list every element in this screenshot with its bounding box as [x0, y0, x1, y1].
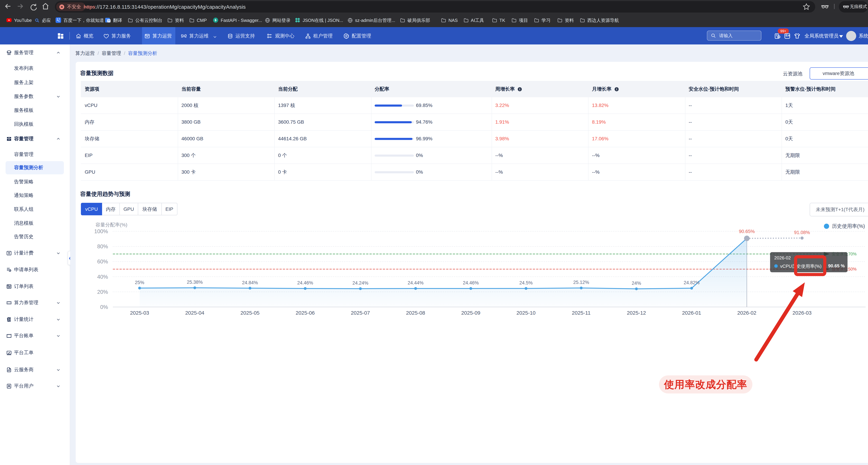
svg-text:25.12%: 25.12% [573, 280, 589, 285]
svg-text:24.24%: 24.24% [352, 280, 368, 286]
svg-text:2025-03: 2025-03 [130, 310, 149, 316]
svg-text:2026-01: 2026-01 [682, 310, 701, 316]
svg-text:2025-11: 2025-11 [572, 310, 591, 316]
svg-text:2025-12: 2025-12 [627, 310, 646, 316]
svg-text:0%: 0% [100, 304, 108, 310]
svg-text:2025-06: 2025-06 [296, 310, 315, 316]
svg-text:40%: 40% [97, 274, 108, 280]
svg-text:24.46%: 24.46% [463, 280, 479, 285]
svg-text:90.65%: 90.65% [739, 229, 755, 234]
svg-text:24.5%: 24.5% [519, 280, 533, 285]
svg-text:25%: 25% [135, 280, 144, 285]
svg-text:24.46%: 24.46% [297, 280, 313, 285]
svg-text:24%: 24% [632, 281, 641, 286]
svg-text:24.84%: 24.84% [242, 280, 258, 285]
svg-text:80%: 80% [97, 243, 108, 250]
svg-text:91.08%: 91.08% [794, 230, 810, 235]
svg-text:20%: 20% [97, 289, 108, 295]
svg-text:2025-09: 2025-09 [461, 310, 480, 316]
svg-text:2025-05: 2025-05 [241, 310, 259, 316]
svg-text:2025-10: 2025-10 [517, 310, 535, 316]
svg-text:25.38%: 25.38% [187, 280, 203, 285]
svg-text:2025-07: 2025-07 [351, 310, 370, 316]
svg-text:60%: 60% [97, 258, 108, 265]
svg-text:2025-08: 2025-08 [406, 310, 425, 316]
svg-text:100%: 100% [94, 228, 108, 235]
svg-text:24.82%: 24.82% [684, 280, 700, 285]
svg-text:2025-04: 2025-04 [185, 310, 204, 316]
svg-text:24.44%: 24.44% [408, 280, 424, 285]
